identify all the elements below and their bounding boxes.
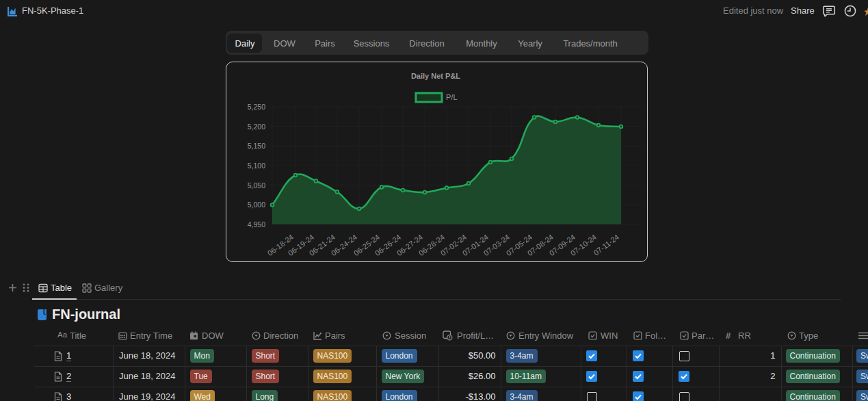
svg-text:5,000: 5,000 bbox=[248, 200, 265, 209]
svg-text:5,250: 5,250 bbox=[248, 103, 265, 111]
svg-text:5,200: 5,200 bbox=[248, 122, 265, 131]
svg-text:5,050: 5,050 bbox=[248, 181, 265, 190]
svg-text:P/L: P/L bbox=[446, 93, 458, 101]
svg-text:4,950: 4,950 bbox=[248, 220, 265, 229]
svg-text:07-11-24: 07-11-24 bbox=[592, 233, 620, 257]
svg-text:5,100: 5,100 bbox=[248, 161, 265, 170]
svg-text:Daily Net P&L: Daily Net P&L bbox=[411, 72, 460, 80]
svg-text:5,150: 5,150 bbox=[248, 142, 265, 150]
